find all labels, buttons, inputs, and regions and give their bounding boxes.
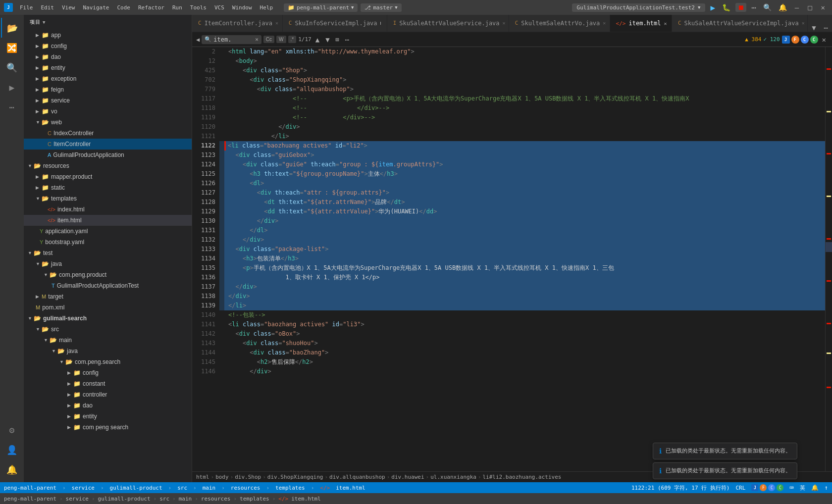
menu-item[interactable]: VCS bbox=[210, 3, 228, 12]
tab-overflow-button[interactable]: ▼ bbox=[808, 24, 820, 32]
code-area[interactable]: 2 12 425 702 779 1117 1118 1119 1120 112… bbox=[192, 47, 832, 471]
tree-item-config[interactable]: ▶ 📁 config bbox=[24, 41, 192, 51]
activity-vcs[interactable]: 🔀 bbox=[1, 38, 23, 57]
menu-item[interactable]: Code bbox=[113, 3, 134, 12]
tab-close-icon[interactable]: ✕ bbox=[603, 20, 606, 26]
more-button[interactable]: ⋯ bbox=[749, 3, 758, 12]
tab-SkuSaleAttrValueServiceImpl[interactable]: C SkuSaleAttrValueServiceImpl.java ✕ bbox=[672, 15, 808, 32]
breadcrumb-div-huawei[interactable]: div.huawei bbox=[391, 474, 424, 480]
tab-SkuInfoServiceImpl[interactable]: C SkuInfoServiceImpl.java bbox=[283, 15, 387, 32]
tree-item-com-peng-search[interactable]: ▼ 📂 com.peng.search bbox=[24, 356, 192, 367]
maximize-button[interactable]: □ bbox=[805, 3, 815, 11]
status-gulimall-product[interactable]: gulimall-product bbox=[110, 485, 162, 491]
close-button[interactable]: ✕ bbox=[818, 3, 828, 11]
tree-item-controller-s[interactable]: ▶ 📁 controller bbox=[24, 389, 192, 400]
project-badge[interactable]: 📁 peng-mall-parent ▼ bbox=[284, 3, 358, 12]
menu-item[interactable]: Run bbox=[168, 3, 186, 12]
debug-button[interactable]: 🐛 bbox=[720, 3, 732, 11]
more-options-button[interactable]: ⋯ bbox=[343, 36, 351, 44]
tab-ItemController[interactable]: C ItemController.java ✕ bbox=[192, 15, 283, 32]
breadcrumb-div-allquan[interactable]: div.allquanbushop bbox=[329, 474, 385, 480]
tree-item-exception[interactable]: ▶ 📁 exception bbox=[24, 73, 192, 84]
stop-button[interactable]: ⏹ bbox=[735, 3, 746, 12]
tree-item-main-search[interactable]: ▼ 📂 main bbox=[24, 335, 192, 346]
tree-item-GulimallProductApplication[interactable]: A GulimallProductApplication bbox=[24, 150, 192, 160]
menu-item[interactable]: Help bbox=[256, 3, 277, 12]
breadcrumb-div-xiangqing[interactable]: div.ShopXiangqing bbox=[267, 474, 323, 480]
status-service[interactable]: service bbox=[72, 485, 95, 491]
menu-item[interactable]: Edit bbox=[37, 3, 58, 12]
tree-item-IndexController[interactable]: C IndexController bbox=[24, 128, 192, 139]
tab-more-button[interactable]: ⋯ bbox=[820, 24, 832, 32]
bottom-project[interactable]: peng-mall-parent bbox=[4, 496, 56, 502]
breadcrumb-ul[interactable]: ul.xuanxiangka bbox=[430, 474, 476, 480]
tree-item-static[interactable]: ▶ 📁 static bbox=[24, 182, 192, 193]
tree-item-entity-s[interactable]: ▶ 📁 entity bbox=[24, 411, 192, 422]
tree-item-target[interactable]: ▶ M target bbox=[24, 291, 192, 302]
tree-item-resources[interactable]: ▼ 📂 resources bbox=[24, 160, 192, 171]
tree-item-feign[interactable]: ▶ 📁 feign bbox=[24, 84, 192, 95]
tree-item-bootstrap-yaml[interactable]: Y bootstrap.yaml bbox=[24, 237, 192, 248]
tree-item-constant-s[interactable]: ▶ 📁 constant bbox=[24, 378, 192, 389]
tree-item-application-yaml[interactable]: Y application.yaml bbox=[24, 226, 192, 237]
tree-item-ItemController[interactable]: C ItemController bbox=[24, 139, 192, 150]
menu-item[interactable]: Window bbox=[228, 3, 256, 12]
search-input-container[interactable]: 🔍 ✕ bbox=[202, 35, 261, 44]
activity-account[interactable]: 👤 bbox=[1, 440, 23, 459]
tab-close-icon[interactable]: ✕ bbox=[664, 21, 667, 26]
case-sensitive-button[interactable]: Cc bbox=[263, 36, 274, 43]
tree-item-index-html[interactable]: </> index.html bbox=[24, 204, 192, 215]
bottom-service[interactable]: service bbox=[66, 496, 89, 502]
run-config[interactable]: GulimallProductApplicationTest.test2 ▼ bbox=[572, 3, 706, 12]
tree-item-src-search[interactable]: ▼ 📂 src bbox=[24, 324, 192, 335]
activity-run[interactable]: ▶ bbox=[1, 77, 23, 97]
tree-item-com-peng-product[interactable]: ▼ 📂 com.peng.product bbox=[24, 269, 192, 280]
breadcrumb-div-shop[interactable]: div.Shop bbox=[235, 474, 261, 480]
status-project[interactable]: peng-mall-parent bbox=[4, 485, 56, 491]
tree-item-mapper[interactable]: ▶ 📁 mapper.product bbox=[24, 171, 192, 182]
tree-item-entity[interactable]: ▶ 📁 entity bbox=[24, 62, 192, 73]
breadcrumb-html[interactable]: html bbox=[196, 474, 209, 480]
whole-word-button[interactable]: W bbox=[276, 36, 286, 43]
activity-settings[interactable]: ⚙ bbox=[1, 420, 23, 440]
tab-close-icon[interactable]: ✕ bbox=[275, 20, 278, 26]
tree-item-app[interactable]: ▶ 📁 app bbox=[24, 30, 192, 41]
breadcrumb-body[interactable]: body bbox=[215, 474, 229, 480]
tree-item-templates[interactable]: ▼ 📂 templates bbox=[24, 193, 192, 204]
tree-item-item-html[interactable]: </> item.html bbox=[24, 215, 192, 226]
search-button[interactable]: 🔍 bbox=[761, 3, 774, 11]
activity-explorer[interactable]: 📂 bbox=[1, 18, 23, 38]
branch-badge[interactable]: ⎇ master ▼ bbox=[361, 3, 401, 12]
menu-item[interactable]: Tools bbox=[186, 3, 210, 12]
tab-item-html[interactable]: </> item.html ✕ bbox=[610, 15, 672, 32]
code-content[interactable]: <html lang="en" xmlns:th="http://www.thy… bbox=[224, 47, 825, 471]
tree-item-test[interactable]: ▼ 📂 test bbox=[24, 248, 192, 258]
breadcrumb-li[interactable]: li#li2.baozhuang.actives bbox=[483, 474, 562, 480]
tab-SkuSaleAttrValueService[interactable]: I SkuSaleAttrValueService.java ✕ bbox=[387, 15, 509, 32]
menu-item[interactable]: Refactor bbox=[134, 3, 168, 12]
tree-item-service[interactable]: ▶ 📁 service bbox=[24, 95, 192, 106]
tab-close-icon[interactable]: ✕ bbox=[802, 20, 805, 26]
menu-item[interactable]: Navigate bbox=[79, 3, 113, 12]
menu-item[interactable]: View bbox=[58, 3, 79, 12]
tab-close-icon[interactable]: ✕ bbox=[503, 20, 506, 26]
tree-item-dao-s[interactable]: ▶ 📁 dao bbox=[24, 400, 192, 411]
tree-item-GulimallProductApplicationTest[interactable]: T GulimallProductApplicationTest bbox=[24, 280, 192, 291]
tree-item-vo[interactable]: ▶ 📁 vo bbox=[24, 106, 192, 117]
tree-item-gulimall-search[interactable]: ▼ 📂 gulimall-search bbox=[24, 313, 192, 324]
activity-more[interactable]: ⋯ bbox=[1, 97, 23, 117]
tree-item-config-s[interactable]: ▶ 📁 config bbox=[24, 367, 192, 378]
prev-match-button[interactable]: ▲ bbox=[313, 36, 321, 44]
tree-item-java-search[interactable]: ▼ 📂 java bbox=[24, 346, 192, 356]
menu-item[interactable]: File bbox=[16, 3, 37, 12]
tab-SkultemSaleAttrVo[interactable]: C SkultemSaleAttrVo.java ✕ bbox=[509, 15, 610, 32]
run-button[interactable]: ▶ bbox=[708, 3, 717, 12]
notification-button[interactable]: 🔔 bbox=[777, 3, 789, 11]
next-match-button[interactable]: ▼ bbox=[323, 36, 331, 44]
left-arrow-button[interactable]: ◀ bbox=[196, 36, 200, 43]
activity-notifications[interactable]: 🔔 bbox=[1, 459, 23, 479]
tree-item-feign-s[interactable]: ▶ 📁 com peng search bbox=[24, 422, 192, 433]
minimize-button[interactable]: — bbox=[792, 3, 802, 11]
clear-search-icon[interactable]: ✕ bbox=[255, 36, 259, 43]
regex-button[interactable]: .* bbox=[288, 36, 297, 43]
